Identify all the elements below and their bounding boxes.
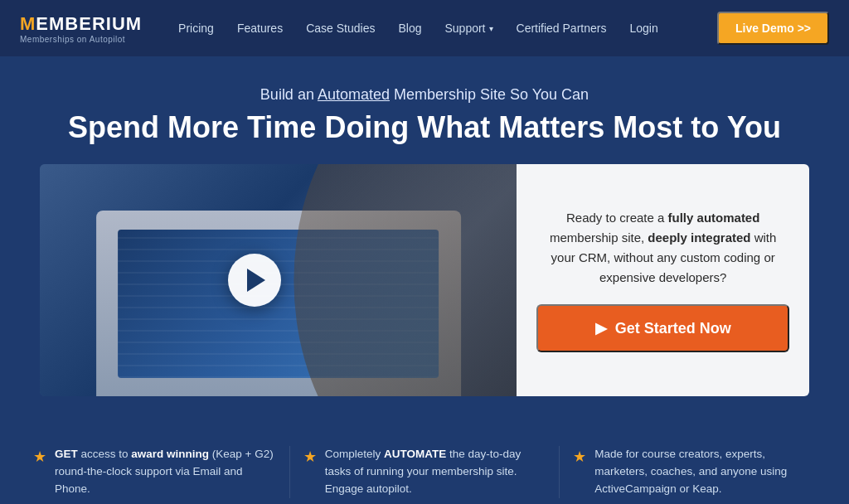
- nav-links: Pricing Features Case Studies Blog Suppo…: [168, 15, 711, 41]
- nav-link-pricing[interactable]: Pricing: [168, 15, 224, 41]
- feature-text-2: Completely AUTOMATE the day-to-day tasks…: [325, 446, 546, 498]
- feature-creators: ★ Made for course creators, experts, mar…: [560, 446, 829, 498]
- logo-tagline: Memberships on Autopilot: [20, 35, 142, 44]
- star-icon-3: ★: [573, 448, 586, 466]
- features-section: ★ GET access to award winning (Keap + G2…: [0, 429, 849, 504]
- nav-link-certified-partners[interactable]: Certified Partners: [507, 15, 617, 41]
- nav-link-support[interactable]: Support ▾: [434, 15, 502, 41]
- nav-link-blog[interactable]: Blog: [388, 15, 431, 41]
- logo[interactable]: MEMBERIUM Memberships on Autopilot: [20, 13, 142, 44]
- logo-name: MEMBERIUM: [20, 13, 142, 35]
- cta-arrow-icon: ▶: [595, 319, 607, 337]
- get-started-button[interactable]: ▶ Get Started Now: [536, 304, 789, 352]
- nav-link-features[interactable]: Features: [227, 15, 293, 41]
- sidebar-panel: Ready to create a fully automated member…: [517, 164, 809, 396]
- cta-label: Get Started Now: [615, 320, 731, 337]
- video-panel: [40, 164, 517, 396]
- feature-support: ★ GET access to award winning (Keap + G2…: [20, 446, 290, 498]
- sidebar-description: Ready to create a fully automated member…: [536, 208, 789, 288]
- star-icon-1: ★: [33, 448, 46, 466]
- chevron-down-icon: ▾: [489, 24, 493, 33]
- nav-link-login[interactable]: Login: [619, 15, 667, 41]
- play-icon: [247, 269, 265, 292]
- play-button[interactable]: [228, 254, 281, 307]
- feature-text-3: Made for course creators, experts, marke…: [594, 446, 816, 498]
- nav-link-case-studies[interactable]: Case Studies: [296, 15, 385, 41]
- hero-subtitle: Build an Automated Membership Site So Yo…: [20, 86, 829, 104]
- star-icon-2: ★: [303, 448, 317, 466]
- hero-title: Spend More Time Doing What Matters Most …: [20, 110, 829, 144]
- content-row: Ready to create a fully automated member…: [40, 164, 809, 396]
- feature-automate: ★ Completely AUTOMATE the day-to-day tas…: [290, 446, 560, 498]
- live-demo-button[interactable]: Live Demo >>: [717, 12, 829, 45]
- hero-section: Build an Automated Membership Site So Yo…: [0, 56, 849, 429]
- video-background: [40, 164, 517, 396]
- navbar: MEMBERIUM Memberships on Autopilot Prici…: [0, 0, 849, 56]
- feature-text-1: GET access to award winning (Keap + G2) …: [55, 446, 276, 498]
